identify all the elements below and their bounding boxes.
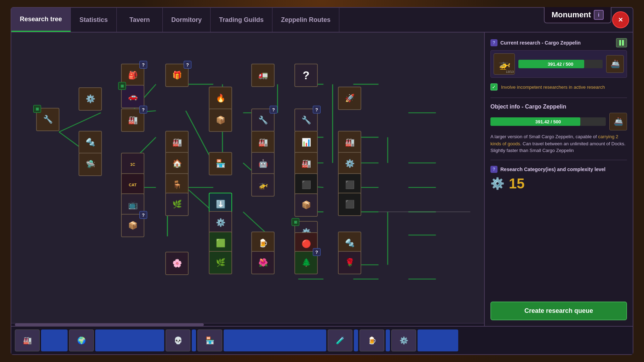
timeline-bar-segment <box>418 329 458 351</box>
tree-node[interactable]: 📊 <box>294 131 318 154</box>
timeline-bar-segment <box>224 329 326 351</box>
timeline-bar-segment <box>95 329 164 351</box>
tree-node[interactable]: 🌲? <box>294 251 318 274</box>
tree-node[interactable]: 🔩 <box>79 131 102 154</box>
tree-node[interactable]: 🛸 <box>79 153 102 176</box>
current-progress-bar: 391.42 / 500 <box>518 60 603 68</box>
current-research-thumb: 🚢 <box>606 55 624 73</box>
tree-node[interactable]: 🏪 <box>209 152 232 175</box>
main-window: Monument i × Research tree Statistics Ta… <box>11 7 633 355</box>
complexity-number: 15 <box>509 176 525 192</box>
tab-statistics[interactable]: Statistics <box>71 8 117 32</box>
create-research-queue-button[interactable]: Create research queue <box>490 302 627 320</box>
tree-node[interactable]: 🏭 <box>251 131 275 154</box>
tree-node[interactable]: 📦 <box>209 109 232 132</box>
tree-node[interactable]: 1C <box>121 153 144 176</box>
monument-title: Monument <box>552 10 591 19</box>
tree-node[interactable]: 🌿 <box>165 193 189 216</box>
timeline-item[interactable]: 🏪 <box>197 329 222 351</box>
tree-node[interactable]: 📦? <box>121 214 144 237</box>
timeline-bar-segment <box>386 329 390 351</box>
tabs-bar: Research tree Statistics Tavern Dormitor… <box>11 8 633 33</box>
tree-node[interactable]: 🤖 <box>251 152 275 175</box>
tree-node[interactable]: 🔧⊞ <box>36 108 59 131</box>
tree-node[interactable]: 🔧? <box>294 109 318 132</box>
content-area: 🔧⊞⚙️🔩🛸🎒?🚗⊞🏭?1CCAT📺📦?🎁?🏭🏠🪑🌿🌸🔥📦🏪⬇️⚙️🟩🌿🚛🔧?🏭… <box>11 33 633 326</box>
category-title-row: ? Research Category(ies) and complexity … <box>490 166 627 173</box>
tree-node[interactable]: 🌸 <box>165 252 189 275</box>
current-research-badge: ? <box>490 39 498 46</box>
tree-node[interactable]: 🚁 <box>251 173 275 197</box>
object-info-title: Object info - Cargo Zeppelin <box>490 104 627 110</box>
tab-research-tree[interactable]: Research tree <box>11 8 71 32</box>
timeline-bar-segment <box>354 329 358 351</box>
close-button[interactable]: × <box>612 11 629 28</box>
checkbox-label: Involve incompetent researchers in activ… <box>501 84 605 90</box>
current-research-section: ? Current research - Cargo Zeppelin 🚁 13… <box>490 38 627 78</box>
tree-panel[interactable]: 🔧⊞⚙️🔩🛸🎒?🚗⊞🏭?1CCAT📺📦?🎁?🏭🏠🪑🌿🌸🔥📦🏪⬇️⚙️🟩🌿🚛🔧?🏭… <box>11 33 484 326</box>
object-progress-row: 391.42 / 500 🚢 <box>490 113 627 130</box>
tab-zeppelin-routes[interactable]: Zeppelin Routes <box>272 8 339 32</box>
tree-node[interactable]: 🏠 <box>165 152 189 175</box>
category-title: Research Category(ies) and complexity le… <box>500 167 605 172</box>
object-description: A larger version of Small Cargo Zeppelin… <box>490 133 627 154</box>
tree-node[interactable]: ⚙️ <box>209 211 232 234</box>
timeline-bar-segment <box>192 329 196 351</box>
current-research-icon: 🚁 13/13 <box>494 53 515 75</box>
right-sidebar: ? Current research - Cargo Zeppelin 🚁 13… <box>484 33 633 326</box>
pause-button[interactable] <box>616 38 627 47</box>
object-info-section: Object info - Cargo Zeppelin 391.42 / 50… <box>490 104 627 154</box>
tree-node[interactable]: ⬛ <box>338 193 361 216</box>
category-badge: ? <box>490 166 498 173</box>
tree-node[interactable]: 🚗⊞ <box>121 85 144 108</box>
timeline-item[interactable]: 🌍 <box>69 329 94 351</box>
timeline-bar-segment <box>41 329 68 351</box>
tree-node[interactable]: ⚙️ <box>338 152 361 175</box>
tree-node[interactable]: 🏭? <box>121 109 144 132</box>
current-research-box: 🚁 13/13 391.42 / 500 🚢 <box>490 50 627 78</box>
incompetent-checkbox[interactable]: ✓ <box>490 83 498 90</box>
object-progress-bar: 391.42 / 500 <box>490 117 606 126</box>
incompetent-researchers-row[interactable]: ✓ Involve incompetent researchers in act… <box>490 82 627 92</box>
current-research-progress: 391.42 / 500 <box>518 60 603 68</box>
current-research-title: ? Current research - Cargo Zeppelin <box>490 39 581 46</box>
timeline-item[interactable]: 🍺 <box>360 329 384 351</box>
tab-trading-guilds[interactable]: Trading Guilds <box>211 8 272 32</box>
category-section: ? Research Category(ies) and complexity … <box>490 166 627 192</box>
tree-node[interactable]: 🌿 <box>209 251 232 274</box>
timeline-item[interactable]: 💀 <box>166 329 190 351</box>
timeline-item[interactable]: 🏭 <box>15 329 40 351</box>
tree-node[interactable]: 📦 <box>294 193 318 217</box>
tree-scrollbar-thumb[interactable] <box>15 323 204 326</box>
tab-dormitory[interactable]: Dormitory <box>163 8 211 32</box>
object-thumb: 🚢 <box>609 113 627 130</box>
timeline-bar: 🏭 🌍 💀 🏪 🧪 🍺 ⚙️ <box>11 326 633 354</box>
tree-node[interactable]: 🌺 <box>251 251 275 274</box>
complexity-row: ⚙️ 15 <box>490 176 627 192</box>
tree-node[interactable]: 🔧? <box>251 109 275 132</box>
tree-node[interactable]: ⚙️ <box>79 87 102 111</box>
timeline-item[interactable]: ⚙️ <box>391 329 416 351</box>
tree-node[interactable]: 🚀 <box>338 87 361 110</box>
timeline-item[interactable]: 🧪 <box>328 329 352 351</box>
divider-2 <box>490 160 627 160</box>
complexity-icon: ⚙️ <box>490 177 505 190</box>
tree-node[interactable]: 🚛 <box>251 64 275 87</box>
tree-node[interactable]: 🏭 <box>165 131 189 154</box>
tree-node[interactable]: 🔥 <box>209 87 232 110</box>
tree-node[interactable]: 🏭 <box>294 152 318 175</box>
tree-scrollbar[interactable] <box>11 323 484 326</box>
tab-tavern[interactable]: Tavern <box>117 8 163 32</box>
info-button[interactable]: i <box>594 10 604 20</box>
tree-node[interactable]: ? <box>294 64 318 87</box>
divider-1 <box>490 98 627 98</box>
spacer <box>490 196 627 298</box>
tree-node[interactable]: 🎁? <box>165 64 189 87</box>
tree-node[interactable]: 🏭 <box>338 131 361 154</box>
tree-node[interactable]: 🌹 <box>338 251 361 274</box>
